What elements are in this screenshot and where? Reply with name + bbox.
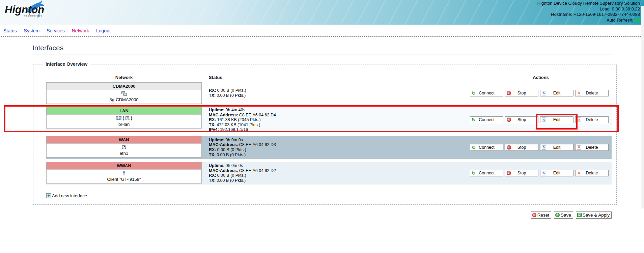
vertical-scrollbar[interactable] [641,6,644,208]
delete-button[interactable]: ✕Delete [575,116,609,123]
connect-button[interactable]: ↻Connect [470,170,503,176]
connect-button[interactable]: ↻Connect [470,90,503,96]
edit-icon: ✎ [542,118,546,122]
network-badge: WAN [47,136,201,144]
add-page-icon: + [46,193,51,198]
status-line: MAC-Address:C8:EE:A6:04:62:D2 [209,168,470,173]
status-cell: Uptime:0h 4m 40s MAC-Address:C8:EE:A6:04… [209,107,470,133]
network-box-wwan: WWAN Client "GT-I9158" [46,162,202,184]
connect-button[interactable]: ↻Connect [470,144,503,151]
content: Interfaces Interface Overview Network St… [32,44,613,205]
save-button[interactable]: ✔Save [554,212,573,219]
actions-cell: ↻Connect ✕Stop ✎Edit ✕Delete [470,90,612,96]
load-line: Load: 0.30 0.38 0.22 [537,6,640,12]
edit-button[interactable]: ✎Edit [540,170,573,176]
nav-item-status[interactable]: Status [3,28,17,33]
app-header: Hignton technology Hignton Device Cloudy… [0,0,644,25]
delete-icon: ✕ [577,145,581,149]
connect-icon: ↻ [472,91,476,95]
connect-icon: ↻ [472,117,476,122]
column-header-status: Status [209,75,470,80]
status-line: TX:0.00 B (0 Pkts.) [209,178,470,183]
delete-icon: ✕ [577,91,581,95]
actions-cell: ↻Connect ✕Stop ✎Edit ✕Delete [470,116,612,123]
stop-icon: ✕ [507,118,511,122]
device-name: 3g-CDMA2000 [47,97,201,104]
stop-button[interactable]: ✕Stop [505,144,538,151]
device-name: Client "GT-I9158" [47,176,201,183]
stop-icon: ✕ [507,171,511,175]
nav-item-network[interactable]: Network [72,28,89,33]
connect-icon: ↻ [472,171,476,175]
network-box-wan: WAN eth1 [46,136,202,158]
wifi-icon [47,170,201,176]
ethernet-icon [47,144,201,150]
device-name: eth1 [47,150,201,157]
save-icon: ✔ [555,213,560,217]
network-box-lan: LAN ( ) br-lan [46,107,202,129]
status-line: Uptime:0h 0m 0s [209,138,470,143]
delete-icon: ✕ [577,171,581,175]
device-name: br-lan [47,121,201,128]
connect-button[interactable]: ↻Connect [470,116,503,123]
network-badge: LAN [47,107,201,115]
status-line: Uptime:0h 0m 0s [209,163,470,168]
nav-item-system[interactable]: System [24,28,40,33]
auto-refresh-line: Auto Refresh: on [537,18,640,23]
status-line: RX:161.38 KB (2045 Pkts.) [209,117,470,122]
table-header-row: Network Status Actions [46,72,612,82]
section-legend: Interface Overview [44,61,90,67]
interface-row-lan: LAN ( ) br-lan Uptime:0h 4m 40s MAC-Addr… [46,107,612,133]
status-line: RX:0.00 B (0 Pkts.) [209,147,470,152]
brand-name: Hignton [5,4,72,16]
status-line: TX:0.00 B (0 Pkts.) [209,152,470,158]
add-new-interface-link[interactable]: + Add new interface... [46,193,91,198]
reset-icon: ✕ [532,213,536,217]
status-line: TX:472.03 KB (1041 Pkts.) [209,122,470,128]
delete-button[interactable]: ✕Delete [575,144,609,151]
status-line: MAC-Address:C8:EE:A6:04:62:D4 [209,113,470,118]
edit-icon: ✎ [542,171,546,175]
interface-row-cdma2000: CDMA2000 3g-CDMA2000 RX:0.00 B (0 Pkts.)… [46,82,612,104]
status-line: RX:0.00 B (0 Pkts.) [209,173,470,178]
page-title: Interfaces [32,44,613,55]
edit-button[interactable]: ✎Edit [540,116,573,123]
logo: Hignton technology [5,1,72,17]
status-cell: RX:0.00 B (0 Pkts.) TX:0.00 B (0 Pkts.) [209,82,470,104]
switch-icon [47,90,201,97]
actions-cell: ↻Connect ✕Stop ✎Edit ✕Delete [470,144,612,151]
stop-button[interactable]: ✕Stop [505,116,538,123]
status-cell: Uptime:0h 0m 0s MAC-Address:C8:EE:A6:04:… [209,136,470,159]
interface-overview-section: Interface Overview Network Status Action… [33,61,617,205]
bridge-icon: ( ) [47,115,201,121]
ethernet-icon [125,116,130,120]
actions-cell: ↻Connect ✕Stop ✎Edit ✕Delete [470,170,612,176]
save-apply-icon: ▶ [577,213,582,217]
edit-button[interactable]: ✎Edit [540,144,573,151]
auto-refresh-state[interactable]: on [635,18,640,23]
network-box-cdma2000: CDMA2000 3g-CDMA2000 [46,82,202,104]
reset-button[interactable]: ✕Reset [531,212,551,219]
status-line: RX:0.00 B (0 Pkts.) [209,88,470,93]
status-cell: Uptime:0h 0m 0s MAC-Address:C8:EE:A6:04:… [209,162,470,185]
delete-button[interactable]: ✕Delete [575,90,609,96]
connect-icon: ↻ [472,145,476,150]
delete-button[interactable]: ✕Delete [575,170,609,176]
nav-item-services[interactable]: Services [47,28,65,33]
status-line: MAC-Address:C8:EE:A6:04:62:D3 [209,142,470,147]
network-badge: WWAN [47,162,201,170]
stop-icon: ✕ [507,91,511,95]
save-apply-button[interactable]: ▶Save & Apply [576,212,612,219]
main-nav: Status System Services Network Logout [0,25,644,37]
status-line: IPv4:192.168.1.1/16 [209,127,470,132]
stop-icon: ✕ [507,145,511,149]
nav-item-logout[interactable]: Logout [96,28,111,33]
stop-button[interactable]: ✕Stop [505,90,538,96]
edit-icon: ✎ [542,91,546,95]
footer-actions: ✕Reset ✔Save ▶Save & Apply [531,212,612,219]
delete-icon: ✕ [577,118,581,122]
stop-button[interactable]: ✕Stop [505,170,538,176]
product-name: Hignton Device Cloudy Remote Supervisory… [537,1,640,6]
edit-button[interactable]: ✎Edit [540,90,573,96]
hostname-line: Hostname: H120-1509-1617-2932-7744-0098 [537,12,640,18]
